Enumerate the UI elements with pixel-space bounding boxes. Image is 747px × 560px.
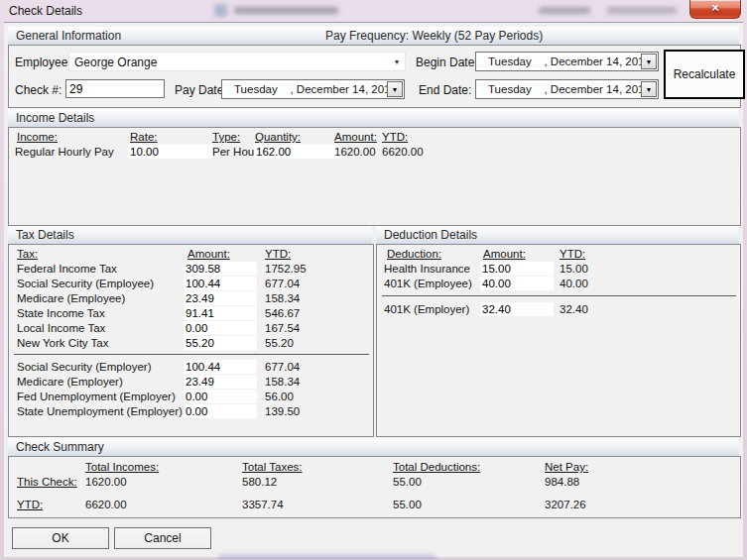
pay-date-combobox[interactable]: Tuesday , December 14, 2010 ▼ <box>221 79 405 99</box>
end-date-value: Tuesday , December 14, 2010 <box>488 80 651 98</box>
pay-date-value: Tuesday , December 14, 2010 <box>234 80 397 98</box>
summary-row-label: This Check: <box>17 475 77 490</box>
close-icon: × <box>711 0 719 15</box>
deduction-name: 401K (Employee) <box>384 277 472 291</box>
tax-separator <box>14 354 369 355</box>
tax-amount-input[interactable] <box>184 262 257 276</box>
summary-value: 3357.74 <box>242 498 284 512</box>
deduction-row: 401K (Employer) 32.40 <box>377 302 740 317</box>
tax-ytd: 677.04 <box>265 360 300 375</box>
column-header: Total Taxes: <box>242 460 303 475</box>
tax-header-row: Tax: Amount: YTD: <box>9 247 373 262</box>
tax-amount-input[interactable] <box>184 404 257 418</box>
deduction-row: Health Insurance 15.00 <box>377 262 740 277</box>
tax-ytd: 139.50 <box>265 404 300 419</box>
tax-row: Federal Income Tax 1752.95 <box>9 262 373 277</box>
title-bar[interactable]: Check Details × <box>0 0 747 22</box>
tax-amount-input[interactable] <box>184 360 257 374</box>
tax-row: Local Income Tax 167.54 <box>9 321 373 336</box>
tax-amount-input[interactable] <box>184 277 257 290</box>
tax-amount-input[interactable] <box>184 306 257 320</box>
column-header: Deduction: <box>387 247 441 262</box>
dropdown-arrow-icon[interactable]: ▼ <box>641 54 657 69</box>
background-window-icon-blur <box>214 4 227 17</box>
deduction-amount-input[interactable] <box>480 277 554 290</box>
tax-row: Social Security (Employer) 677.04 <box>9 360 373 375</box>
tax-name: Medicare (Employee) <box>17 291 125 306</box>
dialog-client-area: General Information Pay Frequency: Weekl… <box>4 22 743 557</box>
end-date-label: End Date: <box>419 83 471 97</box>
combo-arrow-icon: ▾ <box>395 53 399 72</box>
deduction-separator <box>382 295 736 296</box>
general-information-header: General Information Pay Frequency: Weekl… <box>8 27 739 46</box>
column-header: Rate: <box>130 130 158 145</box>
deduction-header-row: Deduction: Amount: YTD: <box>377 247 740 262</box>
income-name: Regular Hourly Pay <box>15 145 114 160</box>
employee-label: Employee: <box>15 56 71 69</box>
summary-row: This Check: 1620.00 580.12 55.00 984.88 <box>9 475 740 490</box>
deduction-details-group: Deduction: Amount: YTD: Health Insurance… <box>376 244 741 437</box>
ok-button[interactable]: OK <box>12 527 109 549</box>
tax-ytd: 158.34 <box>265 375 300 390</box>
column-header: Quantity: <box>255 130 301 145</box>
income-type: Per Hour <box>212 145 258 160</box>
quantity-input[interactable] <box>254 145 339 159</box>
cancel-button[interactable]: Cancel <box>114 527 211 549</box>
deduction-amount-input[interactable] <box>480 262 554 276</box>
pay-date-label: Pay Date: <box>175 83 227 97</box>
column-header: Income: <box>17 130 58 145</box>
close-button[interactable]: × <box>689 0 741 19</box>
tax-amount-input[interactable] <box>184 321 257 335</box>
deduction-details-header: Deduction Details <box>376 226 739 245</box>
income-amount: 1620.00 <box>334 145 376 160</box>
tax-amount-input[interactable] <box>184 336 257 350</box>
begin-date-value: Tuesday , December 14, 2010 <box>488 53 651 70</box>
income-row: Regular Hourly Pay Per Hour 1620.00 6620… <box>9 145 740 160</box>
tax-details-group: Tax: Amount: YTD: Federal Income Tax 175… <box>8 244 374 437</box>
summary-value: 6620.00 <box>85 498 127 512</box>
tax-amount-input[interactable] <box>184 375 257 389</box>
deduction-amount-input[interactable] <box>480 302 554 316</box>
income-details-header: Income Details <box>8 109 739 128</box>
deduction-name: 401K (Employer) <box>384 302 469 317</box>
dropdown-arrow-icon[interactable]: ▼ <box>387 81 403 97</box>
deduction-name: Health Insurance <box>384 262 470 277</box>
tax-name: Social Security (Employer) <box>17 360 151 375</box>
tax-row: Social Security (Employee) 677.04 <box>9 277 373 291</box>
end-date-combobox[interactable]: Tuesday , December 14, 2010 ▼ <box>475 79 659 99</box>
tax-name: New York City Tax <box>17 336 108 351</box>
background-window-text-blur <box>607 7 677 14</box>
tax-ytd: 167.54 <box>265 321 300 336</box>
tax-name: State Income Tax <box>17 306 105 321</box>
section-title: Check Summary <box>16 438 104 456</box>
column-header: YTD: <box>382 130 408 145</box>
employee-combobox[interactable]: George Orange ▾ <box>68 52 406 71</box>
summary-value: 3207.26 <box>545 498 586 512</box>
tax-amount-input[interactable] <box>184 390 257 403</box>
column-header: Type: <box>212 130 240 145</box>
income-header-row: Income: Rate: Type: Quantity: Amount: YT… <box>9 130 740 145</box>
column-header: Net Pay: <box>545 460 588 475</box>
dropdown-arrow-icon[interactable]: ▼ <box>641 81 657 97</box>
summary-value: 55.00 <box>393 475 422 490</box>
column-header: Amount: <box>334 130 377 145</box>
begin-date-combobox[interactable]: Tuesday , December 14, 2010 ▼ <box>475 52 659 71</box>
summary-row: YTD: 6620.00 3357.74 55.00 3207.26 <box>9 498 740 512</box>
window-title: Check Details <box>9 4 82 18</box>
section-title: Deduction Details <box>384 226 477 244</box>
summary-value: 580.12 <box>242 475 277 490</box>
column-header: Amount: <box>187 247 230 262</box>
tax-name: Local Income Tax <box>17 321 105 336</box>
column-header: YTD: <box>265 247 291 262</box>
deduction-ytd: 15.00 <box>560 262 588 277</box>
tax-amount-input[interactable] <box>184 291 257 305</box>
income-ytd: 6620.00 <box>382 145 424 160</box>
tax-ytd: 546.67 <box>265 306 300 321</box>
section-title: Income Details <box>16 109 94 127</box>
rate-input[interactable] <box>128 145 213 159</box>
recalculate-button[interactable]: Recalculate <box>664 50 745 99</box>
tax-name: Social Security (Employee) <box>17 277 154 291</box>
column-header: Total Deductions: <box>393 460 480 475</box>
tax-row: Medicare (Employee) 158.34 <box>9 291 373 306</box>
check-number-input[interactable] <box>65 79 165 98</box>
